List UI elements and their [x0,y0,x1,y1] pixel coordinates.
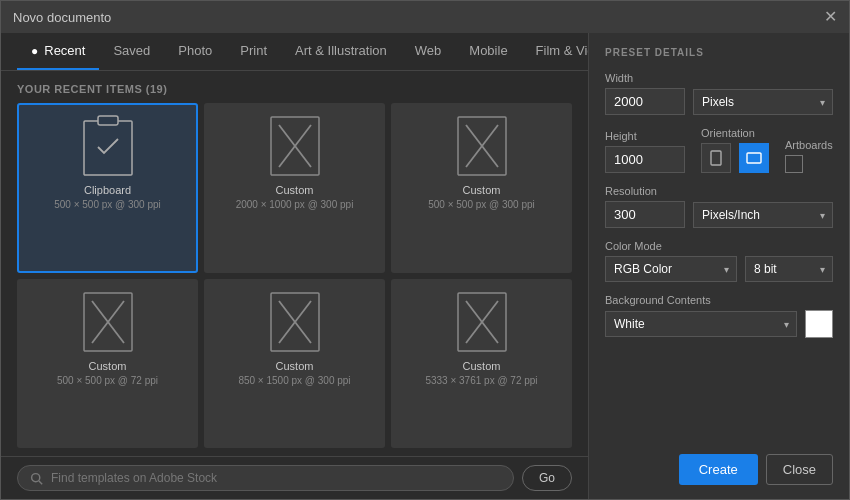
width-label: Width [605,72,833,84]
artboards-field-group: Artboards [785,139,833,173]
item-label-5: Custom [463,359,501,373]
color-mode-row: RGB Color CMYK Color Grayscale Bitmap La… [605,256,833,282]
dialog-title: Novo documento [13,10,111,25]
orientation-label: Orientation [701,127,769,139]
orientation-field-group: Orientation [701,127,769,173]
portrait-button[interactable] [701,143,731,173]
resolution-input[interactable] [605,201,685,228]
portrait-icon [708,150,724,166]
grid-item-clipboard[interactable]: Clipboard 500 × 500 px @ 300 ppi [17,103,198,273]
item-label-0: Clipboard [84,183,131,197]
bit-depth-select[interactable]: 8 bit 16 bit 32 bit [745,256,833,282]
grid-item-custom-4[interactable]: Custom 850 × 1500 px @ 300 ppi [204,279,385,449]
item-sublabel-1: 2000 × 1000 px @ 300 ppi [236,199,354,211]
search-wrap [17,465,514,491]
svg-line-18 [39,480,42,483]
item-label-1: Custom [276,183,314,197]
doc-icon-custom-1 [269,115,321,177]
background-color-swatch[interactable] [805,310,833,338]
width-input[interactable] [605,88,685,115]
background-select[interactable]: White Black Background Color Transparent… [605,311,797,337]
item-sublabel-4: 850 × 1500 px @ 300 ppi [238,375,350,387]
search-bar: Go [1,456,588,499]
dialog-body: ● Recent Saved Photo Print Art & Illustr… [1,33,849,499]
doc-icon-clipboard [82,115,134,177]
doc-icon-custom-2 [456,115,508,177]
title-bar: Novo documento ✕ [1,1,849,33]
doc-icon-custom-3 [82,291,134,353]
color-mode-label: Color Mode [605,240,833,252]
grid-item-custom-3[interactable]: Custom 500 × 500 px @ 72 ppi [17,279,198,449]
svg-rect-1 [98,116,118,125]
preset-details-title: PRESET DETAILS [605,47,833,58]
tabs-bar: ● Recent Saved Photo Print Art & Illustr… [1,33,588,71]
resolution-unit-select[interactable]: Pixels/Inch Pixels/Centimeter [693,202,833,228]
right-panel: PRESET DETAILS Width Pixels Inches Centi… [589,33,849,499]
color-mode-select[interactable]: RGB Color CMYK Color Grayscale Bitmap La… [605,256,737,282]
recent-icon: ● [31,44,38,58]
tab-web[interactable]: Web [401,33,456,70]
grid-item-custom-5[interactable]: Custom 5333 × 3761 px @ 72 ppi [391,279,572,449]
grid-item-custom-2[interactable]: Custom 500 × 500 px @ 300 ppi [391,103,572,273]
color-mode-field-group: Color Mode RGB Color CMYK Color Grayscal… [605,240,833,282]
tab-art[interactable]: Art & Illustration [281,33,401,70]
tab-mobile[interactable]: Mobile [455,33,521,70]
doc-icon-custom-5 [456,291,508,353]
items-grid: Clipboard 500 × 500 px @ 300 ppi Custom … [1,103,588,456]
tab-print[interactable]: Print [226,33,281,70]
resolution-unit-select-wrap: Pixels/Inch Pixels/Centimeter ▾ [693,202,833,228]
close-button[interactable]: Close [766,454,833,485]
tab-film[interactable]: Film & Video [522,33,589,70]
background-label: Background Contents [605,294,833,306]
item-label-3: Custom [89,359,127,373]
orientation-row [701,143,769,173]
search-icon [30,472,43,485]
background-select-wrap: White Black Background Color Transparent… [605,311,797,337]
item-sublabel-0: 500 × 500 px @ 300 ppi [54,199,161,211]
width-row: Pixels Inches Centimeters Millimeters ▾ [605,88,833,115]
new-document-dialog: Novo documento ✕ ● Recent Saved Photo Pr… [0,0,850,500]
item-label-2: Custom [463,183,501,197]
tab-saved[interactable]: Saved [99,33,164,70]
item-sublabel-2: 500 × 500 px @ 300 ppi [428,199,535,211]
create-button[interactable]: Create [679,454,758,485]
item-sublabel-3: 500 × 500 px @ 72 ppi [57,375,158,387]
height-input[interactable] [605,146,685,173]
go-button[interactable]: Go [522,465,572,491]
doc-icon-custom-4 [269,291,321,353]
item-sublabel-5: 5333 × 3761 px @ 72 ppi [425,375,537,387]
landscape-icon [746,150,762,166]
search-input[interactable] [51,471,501,485]
svg-rect-20 [747,153,761,163]
background-field-group: Background Contents White Black Backgrou… [605,294,833,338]
item-label-4: Custom [276,359,314,373]
window-close-button[interactable]: ✕ [824,9,837,25]
tab-recent[interactable]: ● Recent [17,33,99,70]
color-mode-select-wrap: RGB Color CMYK Color Grayscale Bitmap La… [605,256,737,282]
background-row: White Black Background Color Transparent… [605,310,833,338]
resolution-label: Resolution [605,185,833,197]
width-field-group: Width Pixels Inches Centimeters Millimet… [605,72,833,115]
recent-header: YOUR RECENT ITEMS (19) [1,71,588,103]
width-unit-select[interactable]: Pixels Inches Centimeters Millimeters [693,89,833,115]
landscape-button[interactable] [739,143,769,173]
grid-item-custom-1[interactable]: Custom 2000 × 1000 px @ 300 ppi [204,103,385,273]
resolution-field-group: Resolution Pixels/Inch Pixels/Centimeter… [605,185,833,228]
resolution-row: Pixels/Inch Pixels/Centimeter ▾ [605,201,833,228]
height-label: Height [605,130,685,142]
height-field-group: Height [605,130,685,173]
left-panel: ● Recent Saved Photo Print Art & Illustr… [1,33,589,499]
height-orientation-row: Height Orientation [605,127,833,173]
tab-photo[interactable]: Photo [164,33,226,70]
bottom-buttons: Create Close [605,454,833,485]
width-unit-select-wrap: Pixels Inches Centimeters Millimeters ▾ [693,89,833,115]
artboards-label: Artboards [785,139,833,151]
artboard-checkbox[interactable] [785,155,803,173]
svg-point-17 [32,473,40,481]
bit-depth-select-wrap: 8 bit 16 bit 32 bit ▾ [745,256,833,282]
svg-rect-19 [711,151,721,165]
